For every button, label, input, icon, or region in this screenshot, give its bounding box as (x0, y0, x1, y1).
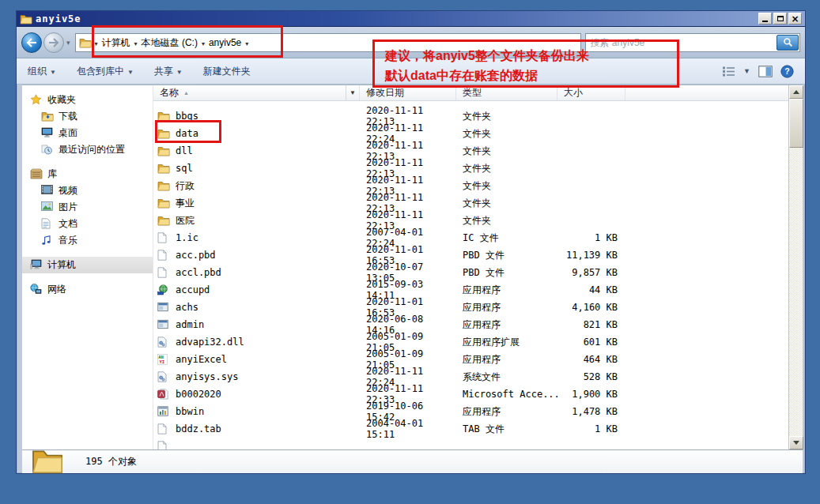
computer-icon (30, 259, 43, 271)
file-row-anyisys.sys[interactable]: anyisys.sys2020-11-11 22:24系统文件528 KB (153, 368, 788, 386)
sidebar-item-desktop[interactable]: 桌面 (22, 125, 153, 141)
sidebar-item-pictures[interactable]: 图片 (22, 199, 153, 216)
annotation-tip-line1: 建议，将anyiv5整个文件夹备份出来 (385, 46, 677, 66)
file-size: 44 KB (557, 284, 625, 295)
file-size: 1,900 KB (557, 389, 625, 400)
column-header-name[interactable]: 名称 ▲ ▼ (153, 85, 360, 100)
address-folder-icon (79, 37, 92, 47)
file-name: sql (176, 163, 193, 174)
file-type: TAB 文件 (456, 423, 557, 436)
file-name: 1.ic (176, 232, 198, 243)
recent-pages-dropdown-icon[interactable]: ▾ (66, 39, 70, 47)
name-filter-dropdown-icon[interactable]: ▼ (346, 85, 359, 100)
search-button[interactable] (777, 35, 799, 51)
file-row-bbgs[interactable]: bbgs2020-11-11 22:13文件夹 (153, 107, 788, 125)
file-row-sql[interactable]: sql2020-11-11 22:13文件夹 (153, 160, 788, 177)
file-size: 4,160 KB (557, 302, 625, 313)
scroll-up-icon (793, 90, 799, 94)
music-icon (41, 235, 55, 246)
sidebar-group-favorites: 收藏夹下载桌面最近访问的位置 (22, 92, 153, 158)
file-row-1.ic[interactable]: 1.ic2007-04-01 22:24IC 文件1 KB (153, 229, 788, 246)
picture-icon (41, 201, 55, 213)
sidebar-item-documents[interactable]: 文档 (22, 216, 153, 232)
sidebar-group-computer: 计算机 (22, 257, 153, 273)
sidebar-item-music[interactable]: 音乐 (22, 232, 153, 249)
sidebar-item-recent-places[interactable]: 最近访问的位置 (22, 141, 153, 158)
search-icon (783, 37, 793, 47)
file-row-医院[interactable]: 医院2020-11-11 22:13文件夹 (153, 212, 788, 229)
file-size: 1 KB (557, 423, 625, 434)
file-row-b0002020[interactable]: b00020202020-11-11 22:33Microsoft Acce..… (153, 386, 788, 403)
forward-button[interactable] (43, 32, 64, 53)
file-row-data[interactable]: data2020-11-11 22:24文件夹 (153, 125, 788, 142)
file-row-achs[interactable]: achs2020-11-01 16:53应用程序4,160 KB (153, 299, 788, 316)
video-icon (41, 185, 55, 197)
change-view-button[interactable] (722, 66, 735, 77)
minimize-button[interactable] (758, 13, 772, 24)
file-row-bddz.tab[interactable]: bddz.tab2004-04-01 15:11TAB 文件1 KB (153, 420, 788, 438)
sidebar-item-network[interactable]: 网络 (22, 281, 153, 298)
titlebar[interactable]: anyiv5e × (17, 11, 805, 27)
sidebar-item-libraries[interactable]: 库 (22, 166, 153, 182)
sidebar-item-downloads[interactable]: 下载 (22, 108, 153, 125)
help-icon: ? (780, 65, 794, 78)
dll-icon (157, 337, 171, 348)
file-row-bbwin[interactable]: bbwin2019-10-06 15:42应用程序1,478 KB (153, 403, 788, 420)
file-row-dll[interactable]: dll2020-11-11 22:13文件夹 (153, 142, 788, 160)
file-row-accupd[interactable]: accupd2015-09-03 14:11应用程序44 KB (153, 281, 788, 299)
sidebar-item-computer[interactable]: 计算机 (22, 257, 153, 273)
file-row-事业[interactable]: 事业2020-11-11 22:13文件夹 (153, 194, 788, 212)
file-row-admin[interactable]: admin2020-06-08 14:16应用程序821 KB (153, 316, 788, 333)
toolbar-button-new-folder[interactable]: 新建文件夹 (203, 65, 251, 78)
window-title: anyiv5e (36, 13, 758, 24)
file-row-accl.pbd[interactable]: accl.pbd2020-10-07 13:05PBD 文件9,857 KB (153, 264, 788, 281)
sidebar-item-favorites[interactable]: 收藏夹 (22, 92, 153, 108)
file-type: 文件夹 (456, 179, 557, 193)
file-type: 文件夹 (456, 110, 557, 123)
toolbar-button-share[interactable]: 共享▼ (154, 65, 183, 78)
sidebar-item-videos[interactable]: 视频 (22, 182, 153, 199)
file-row-partial (153, 438, 788, 449)
scroll-up-button[interactable] (789, 85, 803, 99)
window-folder-icon (20, 13, 32, 24)
app-icon (157, 302, 171, 314)
file-name: anyiExcel (176, 354, 227, 365)
file-icon (157, 441, 171, 450)
file-date: 2004-04-01 15:11 (360, 418, 456, 440)
vertical-scrollbar[interactable] (788, 85, 803, 449)
file-row-anyiExcel[interactable]: ANYIanyiExcel2005-01-09 21:05应用程序464 KB (153, 351, 788, 368)
file-row-advapi32.dll[interactable]: advapi32.dll2005-01-09 21:05应用程序扩展601 KB (153, 333, 788, 351)
annotation-box-data-folder (155, 120, 221, 143)
scroll-down-button[interactable] (789, 436, 803, 449)
document-icon (41, 218, 55, 230)
close-button[interactable]: × (788, 13, 802, 24)
folder-icon (157, 163, 171, 175)
file-icon (157, 267, 171, 279)
file-type: PBD 文件 (456, 249, 557, 262)
file-size: 464 KB (557, 354, 625, 365)
status-bar: 195 个对象 (22, 449, 803, 473)
recent-icon (41, 144, 55, 156)
file-list-area: 名称 ▲ ▼ 修改日期 类型 大小 bbgs2020-11-11 22:13文件… (153, 85, 788, 449)
file-size: 1 KB (557, 232, 625, 243)
file-row-行政[interactable]: 行政2020-11-11 22:13文件夹 (153, 177, 788, 194)
dropdown-arrow-icon: ▼ (176, 69, 183, 76)
file-row-acc.pbd[interactable]: acc.pbd2020-11-01 16:53PBD 文件11,139 KB (153, 246, 788, 264)
preview-pane-button[interactable] (758, 66, 773, 77)
file-name: achs (176, 302, 198, 313)
help-button[interactable]: ? (780, 65, 794, 78)
scrollbar-thumb[interactable] (789, 99, 803, 148)
svg-text:?: ? (784, 66, 789, 76)
file-name: bddz.tab (176, 423, 221, 434)
file-name: advapi32.dll (176, 337, 244, 348)
file-size: 9,857 KB (557, 267, 625, 278)
folder-icon (157, 180, 171, 192)
change-view-dropdown-icon[interactable]: ▼ (743, 67, 750, 75)
toolbar-button-organize[interactable]: 组织▼ (28, 65, 56, 78)
app-globe-icon (157, 284, 171, 296)
back-button[interactable] (21, 32, 42, 53)
annotation-tip-line2: 默认data中存在账套的数据 (385, 66, 677, 85)
file-name: acc.pbd (176, 250, 216, 261)
toolbar-button-include-in-library[interactable]: 包含到库中▼ (77, 65, 134, 78)
maximize-button[interactable] (773, 13, 787, 24)
